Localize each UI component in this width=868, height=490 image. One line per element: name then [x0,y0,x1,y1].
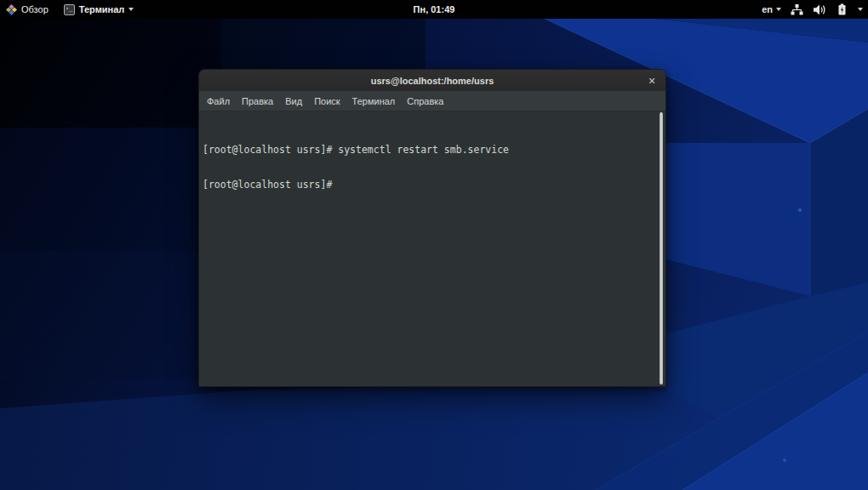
menu-file[interactable]: Файл [201,91,236,111]
wired-network-icon [791,4,803,15]
terminal-window: usrs@localhost:/home/usrs × Файл Правка … [198,69,666,387]
window-titlebar[interactable]: usrs@localhost:/home/usrs × [199,70,665,91]
close-button[interactable]: × [644,70,660,91]
menu-terminal[interactable]: Терминал [346,91,402,111]
chevron-down-icon [128,8,134,11]
terminal-icon: ›_ [64,4,75,15]
activities-button[interactable]: Обзор [6,0,49,19]
volume-icon [814,4,827,15]
keyboard-layout-button[interactable]: en [762,0,781,19]
window-title: usrs@localhost:/home/usrs [371,76,494,86]
battery-charging-icon [837,3,847,15]
top-bar: Обзор ›_ Терминал Пн, 01:49 en [0,0,868,19]
terminal-line: [root@localhost usrs]# systemctl restart… [203,145,654,157]
chevron-down-icon [776,8,781,11]
scrollbar-track [657,111,665,386]
menu-view[interactable]: Вид [279,91,308,111]
system-status-area[interactable] [791,0,863,19]
keyboard-layout-label: en [762,4,773,14]
desktop: Обзор ›_ Терминал Пн, 01:49 en [0,0,868,490]
menu-help[interactable]: Справка [401,91,449,111]
clock-label: Пн, 01:49 [414,4,455,14]
terminal-output[interactable]: [root@localhost usrs]# systemctl restart… [199,111,665,386]
window-menubar: Файл Правка Вид Поиск Терминал Справка [199,91,665,111]
scrollbar-thumb[interactable] [660,112,663,385]
centos-logo-icon [6,4,17,15]
app-menu-button[interactable]: ›_ Терминал [64,0,134,19]
menu-edit[interactable]: Правка [236,91,279,111]
activities-label: Обзор [21,4,49,14]
menu-search[interactable]: Поиск [308,91,345,111]
top-bar-left: Обзор ›_ Терминал [0,0,134,19]
app-menu-label: Терминал [79,4,125,14]
terminal-line: [root@localhost usrs]# [203,179,654,191]
chevron-down-icon [858,8,863,11]
top-bar-right: en [762,0,863,19]
